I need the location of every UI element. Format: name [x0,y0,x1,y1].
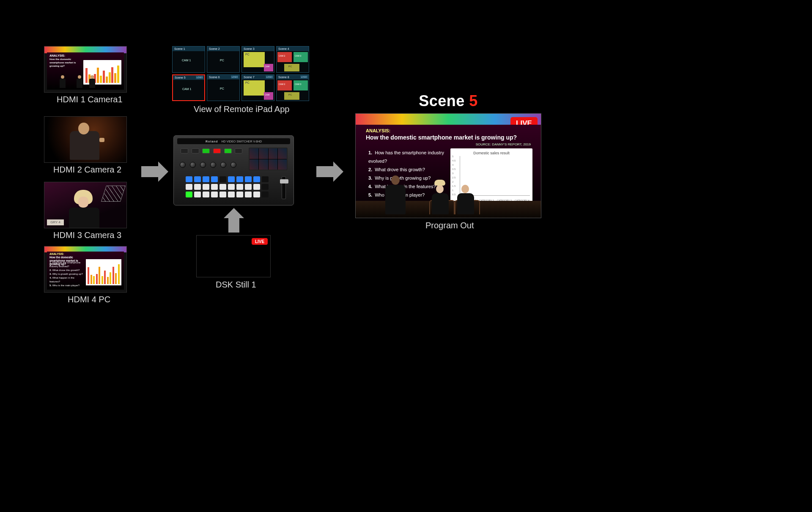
signal-flow-diagram: ANALYSIS: How the domestic smartphone ma… [0,0,812,512]
program-people [385,176,490,214]
scene-1[interactable]: Scene 1 CAM 1 [172,46,205,73]
scene-4[interactable]: Scene 4 CAM 2 CAM 3 PC [276,46,309,73]
dsk-still-box: LIVE [196,235,271,277]
scene-2[interactable]: Scene 2 PC [207,46,240,73]
device-top-buttons [181,148,244,153]
scene-5[interactable]: Scene 5 LOGO CAM 1 [172,74,205,101]
slide-question: How the domestic smartphone market is gr… [366,134,531,141]
program-caption: Program Out [425,221,474,230]
device-model: HD VIDEO SWITCHER V-8HD [221,140,262,143]
dsk-live-badge: LIVE [252,238,268,245]
slide-source: SOURCE: DANNY'S REPORT, 2019 [476,142,531,146]
scene-3-header: Scene 3 [242,47,274,51]
device-pad-grid [186,176,269,197]
scene-8[interactable]: Scene 8 LOGO CAM 2 CAM 3 PC [276,74,309,101]
scene-7[interactable]: Scene 7 LOGO PC CAM [241,74,274,101]
source-hdmi2-thumb [44,116,127,163]
device-multiview-lcd [249,148,288,170]
arrow-inputs-to-switcher [141,162,168,182]
scene-4-header: Scene 4 [277,47,309,51]
program-out-view: LIVE ANALYSIS: How the domestic smartpho… [355,113,541,218]
scene-3[interactable]: Scene 3 PC CAM [241,46,274,73]
hdmi3-tag: GRY 4 [47,219,64,225]
source-hdmi4-label: HDMI 4 PC [68,295,110,304]
device-knobs [180,162,236,168]
device-tbar [282,176,286,199]
arrow-switcher-to-program [316,162,343,182]
scene-6[interactable]: Scene 6 LOGO PC [207,74,240,101]
chart-title: Domestic sales result [453,151,530,155]
source-hdmi2-label: HDMI 2 Camera 2 [53,165,121,175]
device-brand: Roland [206,140,218,143]
program-scene-title: Scene 5 [355,92,541,110]
hdmi4-chart [86,259,121,285]
source-hdmi3-thumb: GRY 4 [44,182,127,228]
scene-5-logo: LOGO [196,76,203,79]
slide-section: ANALYSIS: [49,54,82,57]
program-title-num: 5 [469,92,478,110]
source-hdmi4-thumb: ANALYSIS: How the domestic smartphone ma… [44,246,127,293]
arrow-dsk-to-switcher [224,208,244,233]
ipad-scene-grid: Scene 1 CAM 1 Scene 2 PC Scene 3 PC CAM … [172,46,309,101]
scene-8-logo: LOGO [300,75,308,79]
dsk-label: DSK Still 1 [216,280,256,290]
scene-2-header: Scene 2 [207,47,239,51]
source-hdmi1-label: HDMI 1 Camera1 [57,95,123,104]
hdmi4-bullets: 1. How has the smartphone industry evolv… [49,261,85,287]
slide-question-mini: How the domestic smartphone market is gr… [49,57,82,68]
scene-1-header: Scene 1 [173,47,205,51]
video-switcher-device: Roland HD VIDEO SWITCHER V-8HD [173,135,294,205]
scene-6-logo: LOGO [231,75,239,79]
ipad-caption: View of Remote iPad App [194,104,289,114]
source-hdmi3-label: HDMI 3 Camera 3 [53,230,121,240]
slide-section-label: ANALYSIS: [366,128,390,133]
source-hdmi1-thumb: ANALYSIS: How the domestic smartphone ma… [44,46,127,93]
scene-7-logo: LOGO [266,75,273,79]
program-title-prefix: Scene [419,92,469,110]
